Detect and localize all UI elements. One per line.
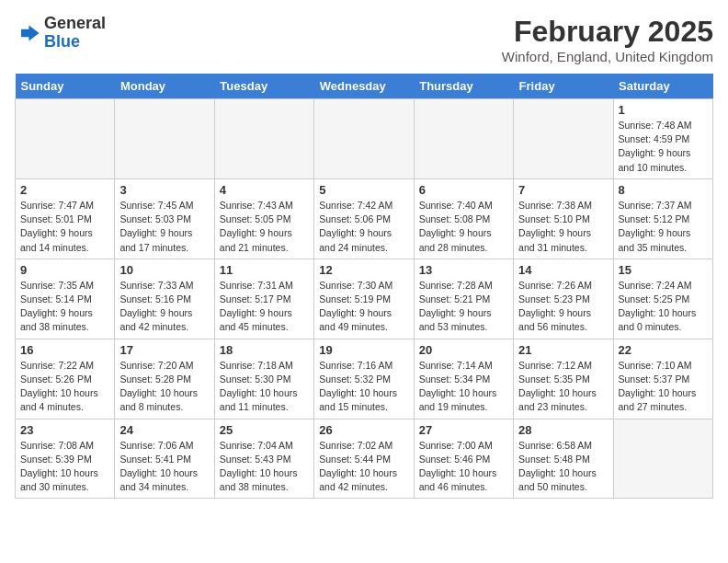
calendar-day-cell: 28Sunrise: 6:58 AMSunset: 5:48 PMDayligh… — [514, 419, 613, 499]
page-header: General Blue February 2025 Winford, Engl… — [15, 15, 713, 64]
calendar-day-cell: 15Sunrise: 7:24 AMSunset: 5:25 PMDayligh… — [613, 259, 712, 339]
day-info: Sunrise: 7:16 AMSunset: 5:32 PMDaylight:… — [319, 359, 408, 415]
day-info: Sunrise: 7:31 AMSunset: 5:17 PMDaylight:… — [220, 279, 309, 335]
calendar-day-cell: 3Sunrise: 7:45 AMSunset: 5:03 PMDaylight… — [115, 178, 214, 259]
day-number: 17 — [119, 343, 209, 357]
calendar-day-cell: 17Sunrise: 7:20 AMSunset: 5:28 PMDayligh… — [115, 339, 214, 419]
day-number: 8 — [619, 183, 708, 197]
calendar-week-row: 23Sunrise: 7:08 AMSunset: 5:39 PMDayligh… — [16, 419, 713, 499]
day-info: Sunrise: 7:00 AMSunset: 5:46 PMDaylight:… — [419, 439, 508, 495]
day-number: 10 — [119, 263, 209, 277]
calendar-day-cell: 2Sunrise: 7:47 AMSunset: 5:01 PMDaylight… — [16, 178, 115, 259]
calendar-day-cell: 19Sunrise: 7:16 AMSunset: 5:32 PMDayligh… — [314, 339, 414, 419]
logo-text: General Blue — [44, 15, 106, 52]
day-number: 11 — [220, 263, 309, 277]
calendar-day-cell — [214, 99, 313, 179]
day-info: Sunrise: 7:04 AMSunset: 5:43 PMDaylight:… — [220, 439, 309, 495]
location-subtitle: Winford, England, United Kingdom — [502, 49, 713, 64]
day-number: 16 — [20, 343, 109, 357]
weekday-header: Tuesday — [214, 74, 313, 99]
logo-general-text: General — [44, 15, 106, 33]
calendar-day-cell: 21Sunrise: 7:12 AMSunset: 5:35 PMDayligh… — [514, 339, 613, 419]
month-year-title: February 2025 — [502, 15, 713, 49]
day-info: Sunrise: 7:47 AMSunset: 5:01 PMDaylight:… — [20, 199, 109, 255]
day-number: 13 — [419, 263, 508, 277]
day-info: Sunrise: 7:18 AMSunset: 5:30 PMDaylight:… — [220, 359, 309, 415]
calendar-day-cell: 14Sunrise: 7:26 AMSunset: 5:23 PMDayligh… — [514, 259, 613, 339]
day-info: Sunrise: 7:30 AMSunset: 5:19 PMDaylight:… — [319, 279, 408, 335]
day-info: Sunrise: 7:12 AMSunset: 5:35 PMDaylight:… — [518, 359, 608, 415]
day-number: 5 — [319, 183, 408, 197]
day-number: 27 — [419, 423, 508, 437]
day-number: 12 — [319, 263, 408, 277]
day-number: 7 — [518, 183, 608, 197]
day-number: 21 — [518, 343, 608, 357]
day-number: 2 — [20, 183, 109, 197]
calendar-day-cell — [115, 99, 214, 179]
day-info: Sunrise: 7:43 AMSunset: 5:05 PMDaylight:… — [220, 199, 309, 255]
day-info: Sunrise: 7:20 AMSunset: 5:28 PMDaylight:… — [119, 359, 209, 415]
calendar-day-cell: 9Sunrise: 7:35 AMSunset: 5:14 PMDaylight… — [16, 259, 115, 339]
calendar-day-cell: 4Sunrise: 7:43 AMSunset: 5:05 PMDaylight… — [214, 178, 313, 259]
day-info: Sunrise: 7:37 AMSunset: 5:12 PMDaylight:… — [619, 199, 708, 255]
day-number: 23 — [20, 423, 109, 437]
day-info: Sunrise: 7:28 AMSunset: 5:21 PMDaylight:… — [419, 279, 508, 335]
day-number: 1 — [619, 103, 708, 117]
day-info: Sunrise: 7:06 AMSunset: 5:41 PMDaylight:… — [119, 439, 209, 495]
calendar-day-cell: 11Sunrise: 7:31 AMSunset: 5:17 PMDayligh… — [214, 259, 313, 339]
day-info: Sunrise: 7:35 AMSunset: 5:14 PMDaylight:… — [20, 279, 109, 335]
calendar-day-cell — [414, 99, 513, 179]
calendar-day-cell — [613, 419, 712, 499]
weekday-header: Sunday — [16, 74, 115, 99]
day-number: 26 — [319, 423, 408, 437]
day-number: 19 — [319, 343, 408, 357]
day-number: 14 — [518, 263, 608, 277]
title-block: February 2025 Winford, England, United K… — [502, 15, 713, 64]
calendar-day-cell: 13Sunrise: 7:28 AMSunset: 5:21 PMDayligh… — [414, 259, 513, 339]
calendar-day-cell: 6Sunrise: 7:40 AMSunset: 5:08 PMDaylight… — [414, 178, 513, 259]
day-number: 4 — [220, 183, 309, 197]
calendar-day-cell — [16, 99, 115, 179]
weekday-header: Monday — [115, 74, 214, 99]
day-info: Sunrise: 7:45 AMSunset: 5:03 PMDaylight:… — [119, 199, 209, 255]
weekday-header: Friday — [514, 74, 613, 99]
calendar-table: SundayMondayTuesdayWednesdayThursdayFrid… — [15, 74, 713, 499]
calendar-day-cell: 22Sunrise: 7:10 AMSunset: 5:37 PMDayligh… — [613, 339, 712, 419]
day-number: 22 — [619, 343, 708, 357]
calendar-day-cell: 27Sunrise: 7:00 AMSunset: 5:46 PMDayligh… — [414, 419, 513, 499]
calendar-day-cell: 23Sunrise: 7:08 AMSunset: 5:39 PMDayligh… — [16, 419, 115, 499]
day-info: Sunrise: 7:26 AMSunset: 5:23 PMDaylight:… — [518, 279, 608, 335]
weekday-header: Wednesday — [314, 74, 414, 99]
logo-blue-text: Blue — [44, 33, 106, 52]
calendar-day-cell: 24Sunrise: 7:06 AMSunset: 5:41 PMDayligh… — [115, 419, 214, 499]
day-info: Sunrise: 7:14 AMSunset: 5:34 PMDaylight:… — [419, 359, 508, 415]
day-number: 28 — [518, 423, 608, 437]
calendar-day-cell — [314, 99, 414, 179]
day-info: Sunrise: 7:42 AMSunset: 5:06 PMDaylight:… — [319, 199, 408, 255]
calendar-week-row: 9Sunrise: 7:35 AMSunset: 5:14 PMDaylight… — [16, 259, 713, 339]
weekday-header: Thursday — [414, 74, 513, 99]
day-info: Sunrise: 7:38 AMSunset: 5:10 PMDaylight:… — [518, 199, 608, 255]
calendar-day-cell: 1Sunrise: 7:48 AMSunset: 4:59 PMDaylight… — [613, 99, 712, 179]
day-info: Sunrise: 7:40 AMSunset: 5:08 PMDaylight:… — [419, 199, 508, 255]
day-number: 24 — [119, 423, 209, 437]
calendar-day-cell: 20Sunrise: 7:14 AMSunset: 5:34 PMDayligh… — [414, 339, 513, 419]
calendar-day-cell: 25Sunrise: 7:04 AMSunset: 5:43 PMDayligh… — [214, 419, 313, 499]
day-info: Sunrise: 7:24 AMSunset: 5:25 PMDaylight:… — [619, 279, 708, 335]
day-number: 20 — [419, 343, 508, 357]
day-info: Sunrise: 7:02 AMSunset: 5:44 PMDaylight:… — [319, 439, 408, 495]
day-info: Sunrise: 7:08 AMSunset: 5:39 PMDaylight:… — [20, 439, 109, 495]
day-number: 25 — [220, 423, 309, 437]
calendar-day-cell: 8Sunrise: 7:37 AMSunset: 5:12 PMDaylight… — [613, 178, 712, 259]
logo-icon — [15, 20, 40, 46]
day-info: Sunrise: 7:48 AMSunset: 4:59 PMDaylight:… — [619, 119, 708, 175]
day-number: 9 — [20, 263, 109, 277]
day-info: Sunrise: 7:10 AMSunset: 5:37 PMDaylight:… — [619, 359, 708, 415]
day-number: 18 — [220, 343, 309, 357]
day-info: Sunrise: 7:33 AMSunset: 5:16 PMDaylight:… — [119, 279, 209, 335]
calendar-day-cell: 10Sunrise: 7:33 AMSunset: 5:16 PMDayligh… — [115, 259, 214, 339]
day-number: 15 — [619, 263, 708, 277]
calendar-week-row: 2Sunrise: 7:47 AMSunset: 5:01 PMDaylight… — [16, 178, 713, 259]
day-info: Sunrise: 7:22 AMSunset: 5:26 PMDaylight:… — [20, 359, 109, 415]
calendar-day-cell: 18Sunrise: 7:18 AMSunset: 5:30 PMDayligh… — [214, 339, 313, 419]
